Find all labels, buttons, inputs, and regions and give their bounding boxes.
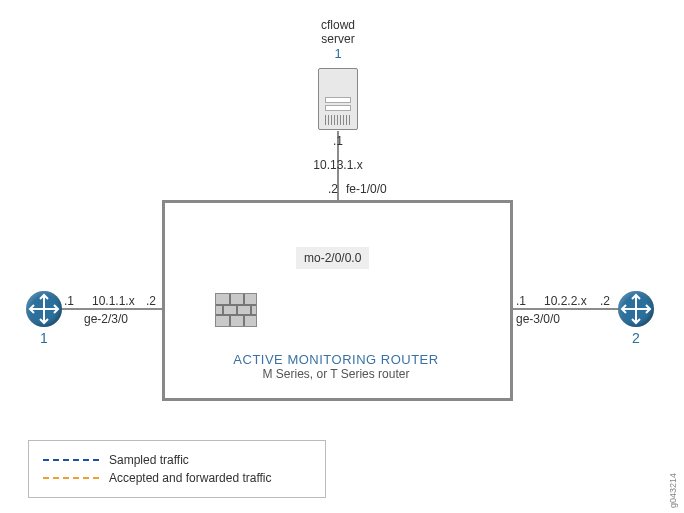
monitoring-interface-label: mo-2/0/0.0 bbox=[304, 251, 361, 265]
server-host-ip: .1 bbox=[318, 134, 358, 148]
router-fe-ip: .2 bbox=[318, 182, 338, 196]
server-title-line2: server bbox=[298, 32, 378, 46]
left-interface: ge-2/3/0 bbox=[84, 312, 128, 326]
diagram-canvas: cflowd server 1 .1 10.13.1.x .2 fe-1/0/0… bbox=[0, 0, 684, 513]
router-fe-if: fe-1/0/0 bbox=[346, 182, 387, 196]
server-id: 1 bbox=[298, 46, 378, 61]
legend-row-forwarded: Accepted and forwarded traffic bbox=[43, 469, 311, 487]
router-subtitle: M Series, or T Series router bbox=[162, 367, 510, 381]
server-icon bbox=[318, 68, 358, 130]
left-remote-ip: .2 bbox=[146, 294, 156, 308]
router-node-icon bbox=[618, 291, 654, 327]
node-left-id: 1 bbox=[26, 330, 62, 346]
legend: Sampled traffic Accepted and forwarded t… bbox=[28, 440, 326, 498]
legend-row-sampled: Sampled traffic bbox=[43, 451, 311, 469]
legend-forwarded-label: Accepted and forwarded traffic bbox=[109, 471, 272, 485]
left-local-ip: .1 bbox=[64, 294, 74, 308]
right-subnet: 10.2.2.x bbox=[544, 294, 587, 308]
left-subnet: 10.1.1.x bbox=[92, 294, 135, 308]
right-remote-ip: .2 bbox=[600, 294, 610, 308]
image-id: g043214 bbox=[668, 473, 678, 508]
server-title-line1: cflowd bbox=[298, 18, 378, 32]
server-subnet: 10.13.1.x bbox=[298, 158, 378, 172]
router-title-block: ACTIVE MONITORING ROUTER M Series, or T … bbox=[162, 352, 510, 381]
router-title: ACTIVE MONITORING ROUTER bbox=[162, 352, 510, 367]
server-title: cflowd server 1 bbox=[298, 18, 378, 61]
legend-sampled-label: Sampled traffic bbox=[109, 453, 189, 467]
node-right bbox=[618, 291, 654, 327]
legend-line-orange bbox=[43, 477, 99, 479]
legend-line-blue bbox=[43, 459, 99, 461]
firewall-icon bbox=[215, 293, 257, 327]
right-interface: ge-3/0/0 bbox=[516, 312, 560, 326]
right-local-ip: .1 bbox=[516, 294, 526, 308]
node-left bbox=[26, 291, 62, 327]
router-node-icon bbox=[26, 291, 62, 327]
node-right-id: 2 bbox=[618, 330, 654, 346]
monitoring-interface-box: mo-2/0/0.0 bbox=[296, 247, 369, 269]
